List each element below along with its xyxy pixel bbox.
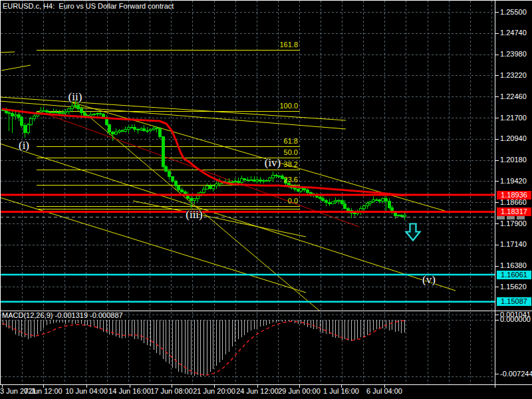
- price-level-badge[interactable]: 1.18317: [497, 207, 531, 216]
- candle: [382, 199, 384, 201]
- candle: [30, 118, 33, 124]
- candle: [347, 208, 350, 211]
- candle: [394, 213, 397, 216]
- time-axis-label: 14 Jun 16:00: [108, 387, 151, 396]
- fib-level-label: 61.8: [0, 137, 298, 146]
- candle: [366, 203, 369, 205]
- candle: [372, 200, 375, 201]
- candle: [53, 112, 55, 112]
- fib-level-label: 38.2: [0, 160, 298, 169]
- candle: [206, 186, 209, 189]
- time-axis-label: 6 Jul 04:00: [366, 387, 402, 396]
- candle: [325, 201, 328, 203]
- candle: [96, 113, 99, 114]
- price-axis-label: 1.20940: [500, 134, 527, 143]
- macd-axis-label: -0.007244: [500, 370, 532, 378]
- candle: [11, 114, 14, 116]
- time-axis-label: 29 Jun 00:00: [278, 387, 321, 396]
- candle: [181, 190, 184, 192]
- candle: [297, 190, 300, 191]
- candle: [363, 206, 366, 209]
- candle: [137, 129, 140, 130]
- candle: [203, 189, 205, 192]
- candle: [310, 192, 313, 194]
- candle: [93, 114, 96, 115]
- mt4-chart-window: EURUSD.c, H4: Euro vs US Dollar Forward …: [0, 0, 532, 399]
- candle: [378, 200, 381, 201]
- price-level-badge[interactable]: 1.15087: [497, 297, 531, 306]
- candle: [153, 128, 156, 130]
- price-axis-label: 1.18660: [500, 198, 527, 207]
- candle: [338, 200, 340, 201]
- candle: [146, 130, 149, 131]
- candle: [400, 215, 403, 216]
- candle: [332, 202, 334, 204]
- candle: [159, 129, 162, 137]
- candle: [115, 132, 118, 134]
- candle: [90, 115, 92, 116]
- candle: [369, 201, 372, 203]
- candle: [294, 188, 297, 190]
- candle: [319, 197, 322, 199]
- elliott-wave-label[interactable]: (i): [19, 141, 29, 150]
- fib-level-label: 161.8: [0, 41, 298, 49]
- candle: [15, 115, 17, 116]
- candle: [360, 209, 362, 211]
- candle: [49, 112, 52, 112]
- candle: [303, 189, 306, 190]
- candle: [65, 111, 67, 112]
- candle: [124, 130, 127, 132]
- candle: [404, 215, 406, 216]
- price-level-badge[interactable]: 1.18936: [497, 191, 531, 200]
- price-axis-label: 1.21700: [500, 114, 527, 122]
- candle: [215, 184, 218, 186]
- candle: [334, 201, 337, 202]
- candle: [121, 131, 124, 132]
- fib-level-label: 50.0: [0, 148, 298, 157]
- candle: [329, 203, 331, 204]
- candle: [140, 128, 143, 130]
- candle: [307, 190, 309, 192]
- sell-signal-arrow-icon[interactable]: [406, 224, 420, 241]
- candle: [59, 112, 61, 114]
- candle: [156, 128, 158, 129]
- fib-level-label: 100.0: [0, 102, 298, 110]
- fib-level-label: 0.0: [0, 197, 298, 205]
- elliott-wave-label[interactable]: (iii): [186, 210, 203, 219]
- macd-indicator-label: MACD(12,26,9) -0.001319 -0.000887: [2, 311, 123, 320]
- candle: [55, 112, 58, 112]
- candle: [118, 131, 121, 132]
- time-axis-label: 7 Jun 12:00: [24, 387, 63, 396]
- price-axis-label: 1.23220: [500, 71, 527, 80]
- candle: [150, 130, 152, 131]
- candle: [27, 125, 30, 133]
- candle: [344, 203, 346, 208]
- price-axis-label: 1.25500: [500, 8, 527, 17]
- elliott-wave-label[interactable]: (ii): [68, 92, 82, 101]
- price-axis-label: 1.20180: [500, 156, 527, 164]
- yellow-trendline: [1, 65, 31, 70]
- candle: [8, 113, 11, 114]
- time-axis-label: 24 Jun 12:00: [236, 387, 279, 396]
- elliott-wave-label[interactable]: (v): [422, 275, 436, 284]
- time-axis-label: 10 Jun 04:00: [65, 387, 108, 396]
- price-axis-label: 1.17900: [500, 219, 527, 228]
- candle: [300, 189, 303, 191]
- price-axis-label: 1.19420: [500, 177, 527, 186]
- candle: [99, 113, 102, 114]
- price-axis-label: 1.22460: [500, 92, 527, 101]
- candle: [112, 132, 114, 134]
- chart-title: EURUSD.c, H4: Euro vs US Dollar Forward …: [3, 2, 174, 11]
- price-axis-label: 1.23980: [500, 50, 527, 59]
- candle: [43, 110, 45, 111]
- candle: [18, 115, 21, 118]
- candle: [33, 116, 36, 118]
- yellow-trendline: [0, 52, 15, 53]
- price-axis-label: 1.16380: [500, 261, 527, 270]
- price-level-badge[interactable]: 1.16061: [497, 271, 531, 279]
- candle: [322, 199, 325, 201]
- elliott-wave-label[interactable]: (iv): [265, 158, 281, 167]
- price-axis-label: 1.17140: [500, 240, 527, 249]
- candle: [62, 113, 65, 114]
- candle: [21, 118, 23, 126]
